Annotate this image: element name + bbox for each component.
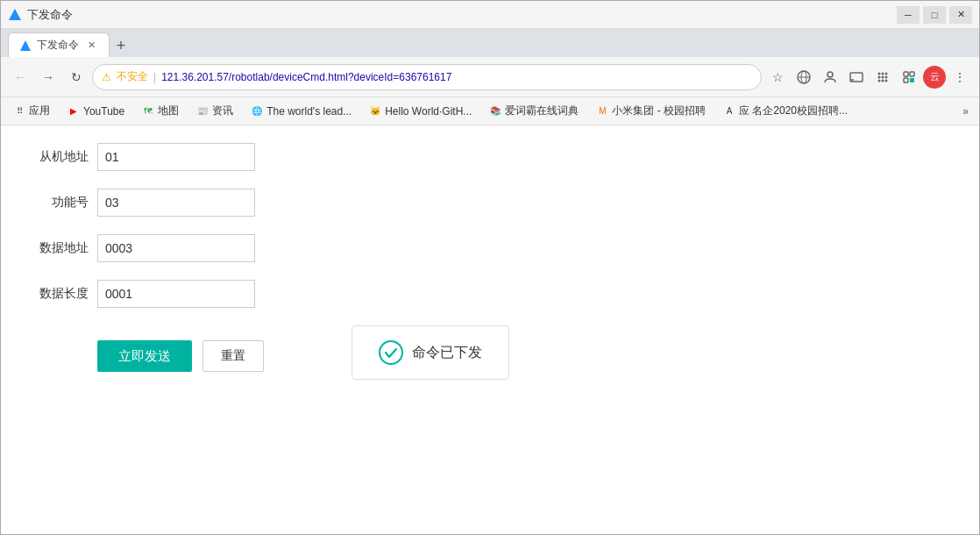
bookmark-xiaomi-label: 小米集团 - 校园招聘	[612, 103, 706, 118]
svg-point-12	[882, 75, 884, 78]
apps-icon-btn[interactable]	[870, 65, 895, 89]
bookmark-campus[interactable]: A 应 名企2020校园招聘...	[718, 102, 853, 120]
status-box: 命令已下发	[352, 325, 509, 380]
cast-icon-btn[interactable]	[844, 65, 869, 89]
svg-point-13	[885, 75, 888, 78]
bookmark-button[interactable]: ☆	[765, 65, 790, 89]
window-controls: ─ □ ✕	[897, 6, 972, 24]
bookmark-news[interactable]: 📰 资讯	[191, 102, 238, 120]
toolbar-actions: ☆	[765, 65, 972, 89]
address-text[interactable]: 121.36.201.57/robotlab/deviceCmd.html?de…	[161, 71, 752, 83]
svg-marker-0	[9, 9, 21, 20]
back-button[interactable]: ←	[8, 65, 32, 89]
send-button[interactable]: 立即发送	[97, 340, 192, 372]
new-tab-button[interactable]: +	[110, 34, 132, 57]
refresh-button[interactable]: ↻	[64, 65, 89, 89]
bookmark-apps[interactable]: ⠿ 应用	[8, 102, 55, 120]
extensions-btn[interactable]	[897, 65, 921, 89]
bookmarks-more[interactable]: »	[959, 103, 972, 119]
page-content: 从机地址 功能号 数据地址 数据长度 立即发送 重置	[1, 125, 979, 534]
address-separator: |	[153, 71, 156, 83]
titlebar: 下发命令 ─ □ ✕	[1, 1, 979, 29]
bookmark-github-label: Hello World·GitH...	[385, 105, 472, 118]
forward-button[interactable]: →	[36, 65, 60, 89]
maps-favicon: 🗺	[142, 105, 154, 118]
bookmark-maps-label: 地图	[158, 103, 179, 118]
bookmark-github[interactable]: 🐱 Hello World·GitH...	[364, 103, 477, 119]
status-message: 命令已下发	[412, 344, 482, 362]
campus-favicon: A	[723, 105, 735, 118]
menu-button[interactable]: ⋮	[948, 65, 972, 89]
eciyuan-favicon: 📚	[489, 105, 501, 118]
tab-title: 下发命令	[37, 38, 79, 53]
reset-button[interactable]: 重置	[202, 340, 264, 372]
svg-rect-17	[904, 72, 908, 76]
function-code-group: 功能号	[27, 189, 953, 217]
bookmark-eciyuan[interactable]: 📚 爱词霸在线词典	[484, 102, 584, 120]
function-code-input[interactable]	[97, 189, 255, 217]
browser-toolbar: ← → ↻ ⚠ 不安全 | 121.36.201.57/robotlab/dev…	[1, 57, 979, 97]
tab-favicon	[19, 39, 32, 52]
svg-point-16	[885, 79, 888, 82]
bookmark-youtube-label: YouTube	[83, 105, 124, 118]
svg-point-10	[885, 72, 888, 75]
tab-bar: 下发命令 ✕ +	[1, 29, 979, 57]
svg-rect-19	[904, 78, 908, 82]
bookmark-xiaomi[interactable]: M 小米集团 - 校园招聘	[591, 102, 711, 120]
data-address-label: 数据地址	[27, 240, 89, 256]
restore-button[interactable]: □	[923, 6, 946, 24]
address-bar[interactable]: ⚠ 不安全 | 121.36.201.57/robotlab/deviceCmd…	[92, 64, 762, 90]
apps-favicon: ⠿	[13, 105, 25, 118]
function-code-label: 功能号	[27, 195, 89, 210]
svg-point-15	[882, 79, 884, 82]
data-length-label: 数据长度	[27, 286, 89, 302]
svg-point-5	[827, 72, 833, 77]
svg-point-8	[878, 72, 881, 75]
bookmark-theworld-label: The world's lead...	[266, 105, 352, 118]
theworld-favicon: 🌐	[251, 105, 263, 118]
svg-marker-1	[20, 40, 31, 51]
button-row: 立即发送 重置	[97, 340, 264, 372]
insecure-icon: ⚠	[102, 71, 111, 83]
window-title: 下发命令	[27, 7, 897, 23]
svg-rect-18	[910, 72, 914, 76]
github-favicon: 🐱	[369, 105, 381, 118]
active-tab[interactable]: 下发命令 ✕	[8, 32, 110, 57]
world-icon-btn[interactable]	[792, 65, 816, 89]
bookmark-campus-label: 应 名企2020校园招聘...	[739, 103, 848, 118]
insecure-label: 不安全	[117, 69, 148, 84]
minimize-button[interactable]: ─	[897, 6, 920, 24]
data-length-group: 数据长度	[27, 280, 953, 308]
bookmark-maps[interactable]: 🗺 地图	[137, 102, 184, 120]
svg-point-9	[882, 72, 884, 75]
data-address-input[interactable]	[97, 234, 255, 262]
close-button[interactable]: ✕	[949, 6, 972, 24]
bookmark-youtube[interactable]: ▶ YouTube	[62, 103, 130, 119]
status-checkmark-icon	[379, 340, 403, 365]
browser-window: 下发命令 ─ □ ✕ 下发命令 ✕ + ← → ↻ ⚠ 不安全 | 121.36…	[0, 0, 980, 535]
svg-point-11	[878, 75, 881, 78]
bookmark-eciyuan-label: 爱词霸在线词典	[505, 103, 579, 118]
slave-address-label: 从机地址	[27, 149, 89, 165]
tab-close-button[interactable]: ✕	[84, 39, 98, 53]
bookmarks-bar: ⠿ 应用 ▶ YouTube 🗺 地图 📰 资讯 🌐 The world's l…	[1, 97, 979, 125]
bookmark-theworld[interactable]: 🌐 The world's lead...	[245, 103, 357, 119]
user-avatar[interactable]: 云	[923, 66, 946, 89]
data-address-group: 数据地址	[27, 234, 953, 262]
data-length-input[interactable]	[97, 280, 255, 308]
bookmark-news-label: 资讯	[212, 103, 233, 118]
slave-address-input[interactable]	[97, 143, 255, 171]
news-favicon: 📰	[196, 105, 209, 118]
app-icon	[8, 8, 22, 22]
profile-icon-btn[interactable]	[818, 65, 842, 89]
youtube-favicon: ▶	[67, 105, 80, 118]
svg-rect-20	[910, 78, 914, 82]
xiaomi-favicon: M	[596, 105, 608, 118]
slave-address-group: 从机地址	[27, 143, 953, 171]
svg-point-14	[878, 79, 881, 82]
bookmark-apps-label: 应用	[29, 103, 50, 118]
